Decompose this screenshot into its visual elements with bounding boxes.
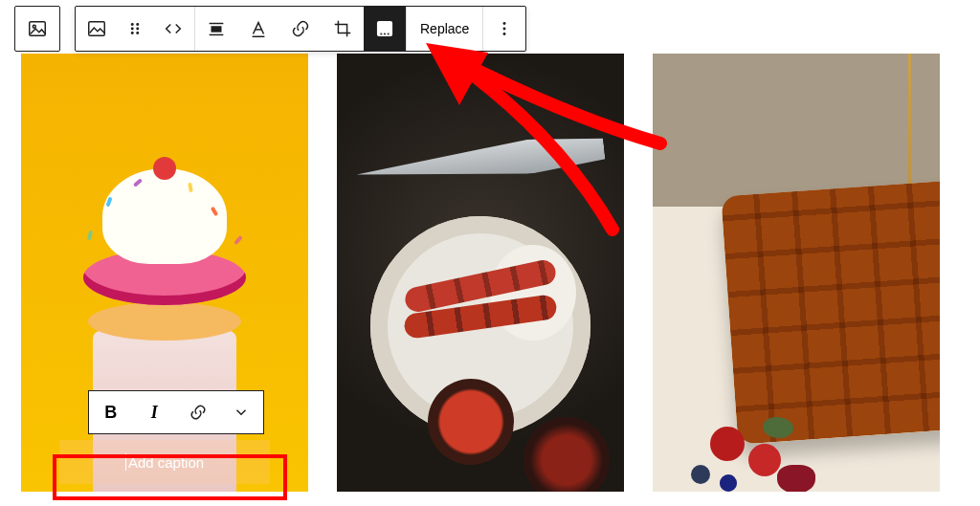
svg-point-15 <box>381 33 382 34</box>
chevron-down-icon <box>233 404 250 421</box>
change-block-type-button[interactable] <box>76 7 118 51</box>
svg-point-16 <box>385 33 386 34</box>
link-icon <box>290 18 311 39</box>
svg-point-1 <box>33 25 35 28</box>
caption-placeholder: Add caption <box>128 454 204 471</box>
text-cursor <box>125 453 126 471</box>
bold-glyph: B <box>104 403 117 423</box>
caption-link-button[interactable] <box>177 391 219 433</box>
align-icon <box>206 18 227 39</box>
caption-more-button[interactable] <box>220 391 262 433</box>
move-left-right-icon <box>163 18 184 39</box>
svg-rect-2 <box>89 22 105 36</box>
svg-point-18 <box>503 22 506 25</box>
more-options-button[interactable] <box>483 7 525 51</box>
italic-glyph: I <box>151 403 158 423</box>
block-type-button[interactable] <box>14 6 60 52</box>
italic-button[interactable]: I <box>133 391 175 433</box>
svg-rect-0 <box>30 22 46 36</box>
svg-point-20 <box>503 33 506 35</box>
replace-label: Replace <box>420 21 469 36</box>
link-icon <box>189 403 208 422</box>
crop-button[interactable] <box>322 7 364 51</box>
bold-button[interactable]: B <box>90 391 132 433</box>
link-button[interactable] <box>279 7 322 51</box>
move-arrows-button[interactable] <box>152 7 194 51</box>
more-vertical-icon <box>494 18 515 39</box>
image-gallery: B I Add caption <box>21 54 970 492</box>
svg-point-5 <box>131 28 134 31</box>
caption-format-toolbar: B I <box>88 390 264 434</box>
drag-icon <box>124 18 145 39</box>
image-block-icon <box>27 18 48 39</box>
duotone-filter-button[interactable] <box>364 7 406 51</box>
caption-input[interactable]: Add caption <box>59 440 270 484</box>
replace-button[interactable]: Replace <box>407 7 482 51</box>
image-icon <box>86 18 107 39</box>
text-overlay-button[interactable] <box>237 7 279 51</box>
gallery-image-2[interactable] <box>337 54 624 492</box>
duotone-icon <box>374 18 395 39</box>
svg-point-19 <box>503 28 506 31</box>
svg-point-4 <box>136 23 139 26</box>
gallery-image-1[interactable]: B I Add caption <box>21 54 308 492</box>
text-a-icon <box>248 18 269 39</box>
svg-point-3 <box>131 23 134 26</box>
svg-point-7 <box>131 32 134 34</box>
svg-point-8 <box>136 32 139 34</box>
gallery-image-3[interactable] <box>653 54 940 492</box>
svg-point-17 <box>388 33 389 34</box>
align-button[interactable] <box>195 7 237 51</box>
svg-rect-10 <box>212 26 222 32</box>
block-toolbar: Replace <box>75 6 526 52</box>
svg-point-6 <box>136 28 139 31</box>
drag-handle[interactable] <box>118 7 152 51</box>
crop-icon <box>332 18 353 39</box>
